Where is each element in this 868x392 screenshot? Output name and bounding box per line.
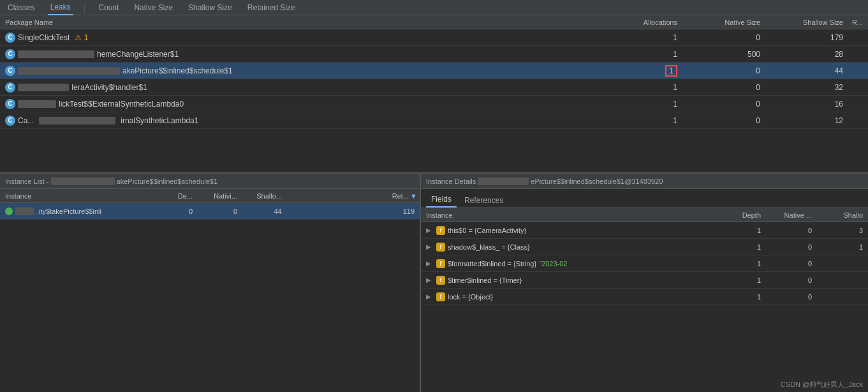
field-row[interactable]: ▶ f $formatted$inlined = {String} "2023-…: [421, 255, 868, 272]
details-tabs-bar: Fields References: [421, 189, 868, 208]
instance-rows: .ity$takePicture$$inli 0 0 44 119: [0, 203, 420, 392]
row-native: 0: [682, 83, 765, 92]
field-icon: f: [436, 243, 445, 252]
field-icon: f: [436, 276, 445, 285]
row-pkg-cell: C hemeChangeListener$1: [0, 49, 600, 59]
table-row[interactable]: C hemeChangeListener$1 1 500 28: [0, 46, 868, 63]
class-name: hemeChangeListener$1: [97, 50, 179, 59]
row-native: 0: [682, 116, 765, 125]
fcol-depth-header: Depth: [715, 211, 766, 219]
tab-classes[interactable]: Classes: [5, 1, 38, 15]
class-icon: C: [5, 33, 15, 43]
row-shallow: 28: [765, 50, 848, 59]
blurred-name: [39, 117, 115, 124]
field-depth: 1: [715, 260, 766, 268]
row-shallow: 12: [765, 116, 848, 125]
table-row[interactable]: C lickTest$$ExternalSyntheticLambda0 1 0…: [0, 96, 868, 112]
instance-title: Instance List - akePicture$$inlined$sche…: [0, 174, 420, 189]
field-shallow: 3: [817, 227, 868, 234]
bottom-section: Instance List - akePicture$$inlined$sche…: [0, 172, 868, 392]
row-shallow: 32: [765, 83, 848, 92]
field-native: 0: [766, 293, 817, 301]
field-name: $formatted$inlined = {String}: [448, 260, 536, 268]
row-native: 0: [682, 66, 765, 75]
row-alloc: 1: [600, 50, 682, 59]
instance-col-bar: Instance De... Nativi... Shallo... Ret..…: [0, 189, 420, 203]
class-icon: C: [5, 66, 15, 76]
tab-leaks[interactable]: Leaks: [48, 0, 73, 15]
field-rows: ▶ f this$0 = {CameraActivity} 1 0 3 ▶ f …: [421, 222, 868, 305]
table-row[interactable]: C SingleClickTest ⚠ 1 1 0 179: [0, 29, 868, 46]
expand-arrow-icon: ▶: [426, 227, 434, 234]
row-pkg-cell: C akePicture$$inlined$schedule$1: [0, 66, 600, 76]
inst-name: .ity$takePicture$$inli: [37, 207, 101, 215]
green-dot-icon: [5, 207, 13, 215]
tab-count[interactable]: Count: [96, 1, 121, 15]
icol-inst-header: Instance: [0, 192, 153, 200]
tab-shallow-size[interactable]: Shallow Size: [186, 1, 235, 15]
col-alloc-header: Allocations: [600, 19, 682, 26]
field-value: "2023-02: [539, 260, 567, 268]
field-row[interactable]: ▶ f $timer$inlined = {Timer} 1 0: [421, 272, 868, 289]
field-native: 0: [766, 260, 817, 268]
class-name-suffix: irnalSyntheticLambda1: [121, 116, 198, 125]
details-title: Instance Details ePicture$$inlined$sched…: [421, 174, 868, 189]
row-pkg-cell: C IeraActivity$handler$1: [0, 82, 600, 93]
tabs-bar: Classes Leaks | Count Native Size Shallo…: [0, 0, 868, 15]
blurred-class: [51, 177, 115, 185]
row-native: 0: [682, 33, 765, 42]
icol-native-header: Nativi...: [198, 192, 242, 200]
field-name: shadow$_klass_ = {Class}: [448, 243, 530, 251]
instance-row[interactable]: .ity$takePicture$$inli 0 0 44 119: [0, 203, 420, 220]
tab-native-size[interactable]: Native Size: [131, 1, 175, 15]
tab-fields[interactable]: Fields: [426, 192, 457, 207]
details-class-name: ePicture$$inlined$schedule$1@31483920: [531, 177, 663, 185]
row-shallow: 179: [765, 33, 848, 42]
instance-class-name: akePicture$$inlined$schedule$1: [117, 177, 217, 185]
row-native: 0: [682, 100, 765, 109]
field-depth: 1: [715, 293, 766, 301]
inst-retained: 119: [287, 207, 420, 215]
tab-retained-size[interactable]: Retained Size: [245, 1, 298, 15]
fcol-shallow-header: Shallo: [817, 211, 868, 219]
field-name: lock = {Object}: [448, 293, 493, 301]
watermark: CSDN @帅气好男人_Jack: [781, 380, 863, 389]
expand-arrow-icon: ▶: [426, 276, 434, 283]
table-row[interactable]: C akePicture$$inlined$schedule$1 1 0 44: [0, 63, 868, 79]
table-row[interactable]: C IeraActivity$handler$1 1 0 32: [0, 79, 868, 96]
col-native-header: Native Size: [682, 19, 765, 26]
table-row[interactable]: C Ca... irnalSyntheticLambda1 1 0 12: [0, 112, 868, 129]
field-row[interactable]: ▶ f shadow$_klass_ = {Class} 1 0 1: [421, 239, 868, 255]
inst-shallow: 44: [242, 207, 287, 215]
field-icon: f: [436, 259, 445, 268]
field-depth: 1: [715, 227, 766, 234]
warning-icon: ⚠ 1: [75, 33, 88, 42]
class-name: Ca...: [18, 116, 34, 125]
field-name-cell: ▶ f $formatted$inlined = {String} "2023-…: [421, 259, 715, 268]
class-icon: C: [5, 116, 15, 126]
inst-cell-name: .ity$takePicture$$inli: [0, 207, 153, 215]
field-row[interactable]: ▶ f this$0 = {CameraActivity} 1 0 3: [421, 222, 868, 239]
field-name-cell: ▶ f $timer$inlined = {Timer}: [421, 276, 715, 285]
row-shallow: 16: [765, 100, 848, 109]
field-name-cell: ▶ f shadow$_klass_ = {Class}: [421, 243, 715, 252]
row-alloc: 1: [600, 33, 682, 42]
fcol-inst-header: Instance: [421, 211, 715, 219]
row-alloc: 1: [600, 116, 682, 125]
inst-native: 0: [198, 207, 242, 215]
details-title-label: Instance Details: [426, 177, 476, 185]
blurred-name: [18, 84, 69, 91]
field-shallow: 1: [817, 243, 868, 251]
blurred-name: [18, 50, 94, 58]
col-pkg-header: Package Name: [0, 19, 600, 26]
field-row[interactable]: ▶ f lock = {Object} 1 0: [421, 289, 868, 305]
field-native: 0: [766, 243, 817, 251]
row-pkg-cell: C lickTest$$ExternalSyntheticLambda0: [0, 99, 600, 109]
tab-references[interactable]: References: [459, 193, 508, 207]
field-icon: f: [436, 226, 445, 235]
row-pkg-cell: C SingleClickTest ⚠ 1: [0, 33, 600, 43]
row-pkg-cell: C Ca... irnalSyntheticLambda1: [0, 116, 600, 126]
row-shallow: 44: [765, 66, 848, 75]
field-depth: 1: [715, 243, 766, 251]
inst-depth: 0: [153, 207, 198, 215]
